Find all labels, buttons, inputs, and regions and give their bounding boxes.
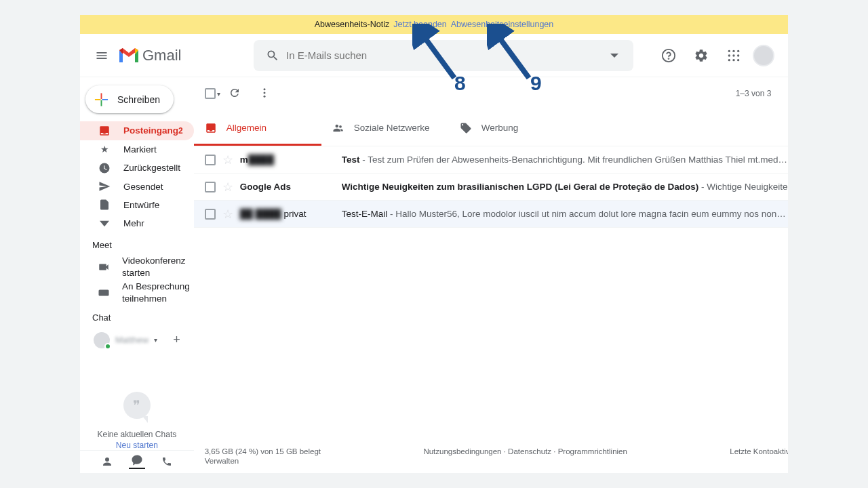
sidebar-item-drafts[interactable]: Entwürfe [80, 196, 194, 214]
activity-text: Letzte Kontoaktivität vor 12 Stunden [730, 447, 788, 455]
sidebar: Schreiben Posteingang 2 ★ Markiert Zurüc… [80, 77, 194, 473]
email-sender: ██ ████ privat [240, 209, 335, 219]
search-options-icon[interactable] [601, 52, 628, 60]
star-button[interactable]: ☆ [222, 180, 233, 195]
chevron-down-icon[interactable]: ▾ [154, 336, 157, 344]
refresh-button[interactable] [229, 87, 250, 101]
annotation-number-9: 9 [530, 72, 542, 95]
star-button[interactable]: ☆ [222, 152, 233, 167]
meet-join-item[interactable]: An Besprechung teilnehmen [80, 280, 194, 306]
apps-grid-icon [727, 49, 741, 62]
support-button[interactable] [655, 42, 682, 69]
phone-tab[interactable] [159, 456, 175, 467]
chevron-down-icon [98, 217, 111, 230]
svg-point-8 [728, 59, 730, 61]
compose-button[interactable]: Schreiben [85, 85, 174, 113]
row-checkbox[interactable] [205, 209, 216, 220]
new-chat-button[interactable]: + [173, 333, 180, 347]
email-row[interactable]: ☆ ██ ████ privat Test-E-Mail - Hallo Mus… [194, 201, 788, 228]
sidebar-item-inbox[interactable]: Posteingang 2 [80, 121, 194, 140]
manage-storage-link[interactable]: Verwalten [205, 457, 321, 465]
svg-point-17 [263, 88, 265, 90]
more-vert-icon [258, 87, 271, 99]
svg-point-19 [263, 95, 265, 97]
star-button[interactable]: ☆ [222, 207, 233, 222]
search-input[interactable] [286, 49, 601, 61]
sidebar-item-starred[interactable]: ★ Markiert [80, 140, 194, 159]
search-bar[interactable] [254, 40, 633, 71]
toolbar: ▾ 1–3 von 3 De [194, 77, 788, 110]
nav-label: Entwürfe [123, 200, 159, 210]
email-sender: Google Ads [240, 182, 335, 192]
footer-links: Nutzungsbedingungen · Datenschutz · Prog… [423, 447, 627, 465]
annotation-number-8: 8 [454, 72, 466, 95]
svg-point-5 [728, 54, 730, 56]
compose-label: Schreiben [117, 94, 160, 105]
hangouts-tab[interactable] [129, 454, 145, 469]
sidebar-item-snoozed[interactable]: Zurückgestellt [80, 159, 194, 177]
account-avatar[interactable] [753, 45, 774, 66]
bottom-icon-bar [80, 450, 194, 473]
footer: 3,65 GB (24 %) von 15 GB belegt Verwalte… [194, 439, 788, 473]
svg-point-9 [732, 59, 734, 61]
svg-rect-14 [95, 99, 101, 100]
video-icon [98, 260, 110, 274]
svg-rect-15 [99, 289, 109, 296]
hangouts-empty: ❞ Keine aktuellen Chats Neu starten [80, 392, 194, 450]
sidebar-item-more[interactable]: Mehr [80, 214, 194, 232]
privacy-link[interactable]: Datenschutz [508, 447, 551, 455]
logo-section[interactable]: Gmail [118, 47, 240, 64]
chat-user-name: Matthew [115, 335, 149, 345]
search-icon [259, 49, 286, 62]
row-checkbox[interactable] [205, 155, 216, 165]
inbox-icon [98, 124, 111, 138]
more-button[interactable] [258, 87, 280, 101]
checkbox-icon [205, 88, 216, 99]
apps-button[interactable] [720, 42, 747, 69]
tab-primary[interactable]: Allgemein [194, 110, 321, 146]
header-actions [655, 42, 783, 69]
main-menu-button[interactable] [85, 39, 118, 72]
details-link[interactable]: Details [730, 457, 788, 465]
tab-promotions[interactable]: Werbung [449, 110, 576, 146]
refresh-icon [229, 87, 241, 99]
prev-page-button[interactable] [779, 83, 788, 104]
nav-label: Gesendet [123, 182, 163, 192]
sidebar-item-sent[interactable]: Gesendet [80, 177, 194, 195]
banner-end-now-link[interactable]: Jetzt beenden [393, 20, 447, 29]
email-row[interactable]: ☆ Google Ads Wichtige Neuigkeiten zum br… [194, 174, 788, 201]
select-all-checkbox[interactable]: ▾ [205, 88, 220, 99]
row-checkbox[interactable] [205, 182, 216, 192]
keyboard-icon [98, 286, 110, 300]
header: Gmail [80, 34, 788, 77]
svg-point-10 [737, 59, 739, 61]
contacts-tab[interactable] [99, 455, 115, 468]
footer-storage: 3,65 GB (24 %) von 15 GB belegt Verwalte… [205, 447, 321, 465]
gear-icon [694, 48, 709, 63]
tab-label: Werbung [481, 123, 519, 133]
svg-point-1 [669, 58, 669, 59]
terms-link[interactable]: Nutzungsbedingungen [423, 447, 501, 455]
start-new-chat-link[interactable]: Neu starten [116, 441, 158, 450]
chat-avatar [94, 332, 110, 348]
policies-link[interactable]: Programmrichtlinien [558, 447, 627, 455]
banner-settings-link[interactable]: Abwesenheitseinstellungen [451, 20, 554, 29]
quote-bubble-icon: ❞ [123, 392, 151, 419]
compose-plus-icon [94, 92, 109, 108]
nav-label: Mehr [123, 218, 144, 228]
tag-icon [460, 122, 472, 134]
svg-point-3 [732, 49, 734, 52]
email-list: ☆ m████ Test - Test zum Prüfen der Abwes… [194, 146, 788, 439]
tab-label: Soziale Netzwerke [354, 123, 430, 133]
banner-text: Abwesenheits-Notiz [315, 20, 389, 29]
meet-start-item[interactable]: Videokonferenz starten [80, 254, 194, 280]
email-subject-line: Wichtige Neuigkeiten zum brasilianischen… [342, 182, 788, 192]
email-row[interactable]: ☆ m████ Test - Test zum Prüfen der Abwes… [194, 146, 788, 174]
tab-social[interactable]: Soziale Netzwerke [321, 110, 449, 146]
nav-label: Zurückgestellt [123, 163, 180, 173]
chevron-down-icon[interactable]: ▾ [217, 90, 220, 98]
svg-point-2 [728, 49, 730, 52]
email-sender: m████ [240, 155, 335, 165]
chat-user-row[interactable]: Matthew ▾ + [88, 329, 186, 351]
settings-button[interactable] [688, 42, 715, 69]
